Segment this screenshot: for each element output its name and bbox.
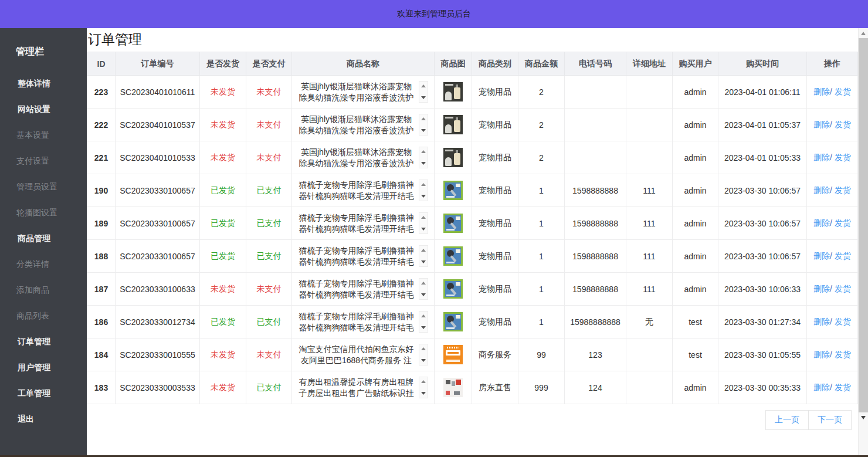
name-scroll-down-icon[interactable] [419, 225, 428, 233]
sidebar-item-7[interactable]: 分类详情 [0, 252, 87, 277]
sidebar-item-11[interactable]: 用户管理 [0, 355, 87, 381]
name-scrollbar[interactable] [419, 147, 428, 168]
actions-cell: 删除/ 发货 [807, 141, 858, 174]
sidebar-item-0[interactable]: 整体详情 [0, 71, 87, 97]
action-separator: / [830, 218, 835, 228]
product-name-box: 淘宝支付宝信用代拍闲鱼京东好友阿里巴巴1688代商务服务 注 [298, 344, 428, 365]
ship-link[interactable]: 发货 [835, 153, 851, 162]
time-cell: 2023-03-30 01:27:34 [718, 306, 807, 338]
actions-cell: 删除/ 发货 [807, 338, 858, 371]
name-scrollbar[interactable] [419, 377, 428, 398]
next-page-button[interactable]: 下一页 [809, 410, 852, 430]
scrollbar[interactable] [858, 28, 868, 457]
ship-status: 已发货 [211, 317, 235, 326]
ship-link[interactable]: 发货 [835, 284, 851, 293]
name-scrollbar[interactable] [419, 114, 428, 136]
address-cell: 无 [626, 306, 673, 338]
product-name: 英国jhly银渐层猫咪沐浴露宠物除臭幼猫洗澡专用浴液香波洗护 [298, 147, 415, 168]
category-cell: 宠物用品 [472, 207, 518, 240]
delete-link[interactable]: 删除 [813, 87, 830, 96]
category-cell: 宠物用品 [472, 109, 518, 141]
name-scroll-up-icon[interactable] [419, 115, 428, 123]
name-scroll-down-icon[interactable] [419, 192, 428, 200]
sidebar-item-3[interactable]: 支付设置 [0, 148, 87, 174]
ship-link[interactable]: 发货 [835, 251, 851, 260]
name-scroll-up-icon[interactable] [419, 181, 428, 188]
name-scroll-down-icon[interactable] [419, 258, 428, 266]
ship-link[interactable]: 发货 [835, 382, 851, 392]
sidebar-item-12[interactable]: 工单管理 [0, 381, 87, 407]
sidebar-item-13[interactable]: 退出 [0, 407, 87, 432]
table-row: 222SC20230401010537未发货未支付英国jhly银渐层猫咪沐浴露宠… [87, 109, 858, 141]
product-name-cell: 英国jhly银渐层猫咪沐浴露宠物除臭幼猫洗澡专用浴液香波洗护 [292, 109, 435, 141]
name-scrollbar[interactable] [419, 278, 428, 300]
ship-status-cell: 未发货 [200, 338, 246, 371]
product-name-box: 英国jhly银渐层猫咪沐浴露宠物除臭幼猫洗澡专用浴液香波洗护 [298, 81, 428, 103]
name-scrollbar[interactable] [419, 81, 428, 103]
name-scrollbar[interactable] [419, 245, 428, 267]
delete-link[interactable]: 删除 [813, 317, 830, 326]
sidebar-item-6[interactable]: 商品管理 [0, 226, 87, 252]
sidebar-item-1[interactable]: 网站设置 [0, 97, 87, 123]
name-scroll-down-icon[interactable] [419, 291, 428, 299]
name-scroll-up-icon[interactable] [419, 246, 428, 254]
delete-link[interactable]: 删除 [813, 382, 830, 392]
action-separator: / [830, 382, 835, 392]
address-cell [626, 141, 673, 174]
name-scroll-down-icon[interactable] [419, 160, 428, 167]
prev-page-button[interactable]: 上一页 [765, 410, 809, 430]
name-scroll-up-icon[interactable] [419, 82, 428, 90]
ship-link[interactable]: 发货 [835, 87, 851, 96]
delete-link[interactable]: 删除 [813, 350, 830, 359]
name-scrollbar[interactable] [419, 311, 428, 333]
sidebar-item-8[interactable]: 添加商品 [0, 277, 87, 303]
delete-link[interactable]: 删除 [813, 153, 830, 162]
delete-link[interactable]: 删除 [813, 218, 830, 228]
ship-link[interactable]: 发货 [835, 120, 851, 129]
order-id-cell: 190 [87, 174, 116, 207]
name-scroll-up-icon[interactable] [419, 279, 428, 287]
sidebar-item-2[interactable]: 基本设置 [0, 123, 87, 148]
buyer-cell: admin [673, 207, 718, 240]
product-name: 猫梳子宠物专用除浮毛刷撸猫神器针梳狗狗猫咪毛发清理开结毛 [298, 245, 415, 267]
name-scroll-down-icon[interactable] [419, 390, 428, 397]
column-header: 购买时间 [718, 52, 807, 76]
name-scrollbar[interactable] [419, 344, 428, 365]
name-scroll-up-icon[interactable] [419, 214, 428, 221]
delete-link[interactable]: 删除 [813, 284, 830, 293]
ship-link[interactable]: 发货 [835, 317, 851, 326]
time-cell: 2023-03-30 10:06:57 [718, 174, 807, 207]
delete-link[interactable]: 删除 [813, 120, 830, 129]
sidebar-item-9[interactable]: 商品列表 [0, 303, 87, 329]
actions-cell: 删除/ 发货 [807, 174, 858, 207]
scrollbar-thumb[interactable] [859, 38, 868, 412]
name-scrollbar[interactable] [419, 180, 428, 201]
name-scroll-down-icon[interactable] [419, 94, 428, 101]
ship-link[interactable]: 发货 [835, 218, 851, 228]
table-row: 183SC20230330003533未发货已支付有房出租温馨提示牌有房出租牌子… [87, 371, 858, 404]
name-scroll-down-icon[interactable] [419, 127, 428, 134]
sidebar-item-4[interactable]: 管理员设置 [0, 174, 87, 200]
pay-status-cell: 未支付 [246, 141, 292, 174]
pay-status: 已支付 [257, 218, 282, 228]
name-scroll-up-icon[interactable] [419, 378, 428, 385]
order-no-cell: SC20230330012734 [116, 306, 200, 338]
name-scrollbar[interactable] [419, 212, 428, 234]
sidebar-item-10[interactable]: 订单管理 [0, 329, 87, 355]
delete-link[interactable]: 删除 [813, 185, 830, 195]
name-scroll-up-icon[interactable] [419, 148, 428, 155]
table-header-row: ID订单编号是否发货是否支付商品名称商品图商品类别商品金额电话号码详细地址购买用… [87, 52, 858, 76]
ship-link[interactable]: 发货 [835, 350, 851, 359]
delete-link[interactable]: 删除 [813, 251, 830, 260]
scroll-up-icon[interactable] [859, 28, 868, 38]
name-scroll-up-icon[interactable] [419, 345, 428, 353]
name-scroll-up-icon[interactable] [419, 312, 428, 320]
actions-cell: 删除/ 发货 [807, 371, 858, 404]
scroll-down-icon[interactable] [859, 412, 868, 422]
ship-link[interactable]: 发货 [835, 185, 851, 195]
order-no-cell: SC20230330100657 [116, 240, 200, 273]
sidebar-item-5[interactable]: 轮播图设置 [0, 200, 87, 226]
name-scroll-down-icon[interactable] [419, 357, 428, 364]
phone-cell: 1598888888 [565, 240, 626, 273]
name-scroll-down-icon[interactable] [419, 324, 428, 331]
